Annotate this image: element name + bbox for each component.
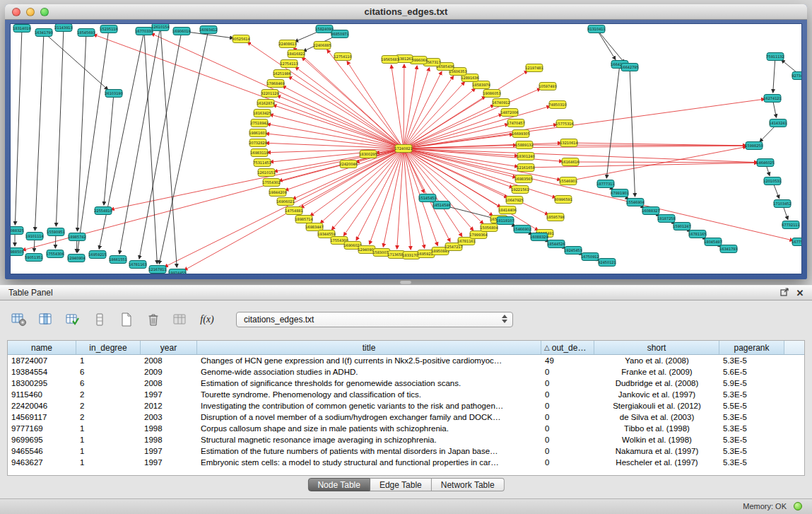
graph-edge[interactable] bbox=[596, 29, 616, 59]
table-cell[interactable]: Yano et al. (2008) bbox=[594, 356, 719, 365]
graph-node[interactable]: 17103452 bbox=[773, 200, 791, 208]
table-cell[interactable]: Genome-wide association studies in ADHD. bbox=[197, 368, 541, 376]
graph-edge[interactable] bbox=[392, 65, 404, 148]
table-cell[interactable]: 0 bbox=[541, 379, 594, 387]
window-titlebar[interactable]: citations_edges.txt bbox=[5, 4, 807, 20]
table-cell[interactable]: Investigating the contribution of common… bbox=[197, 402, 541, 410]
table-cell[interactable]: Corpus callosum shape and size in male p… bbox=[197, 424, 541, 433]
table-cell[interactable]: Estimation of the future numbers of pati… bbox=[197, 447, 541, 455]
graph-edge[interactable] bbox=[270, 115, 404, 148]
table-cell[interactable]: 5.3E-5 bbox=[719, 424, 784, 433]
graph-node[interactable]: 75911132 bbox=[766, 53, 784, 61]
graph-edge[interactable] bbox=[78, 29, 109, 252]
table-source-dropdown[interactable]: citations_edges.txt bbox=[236, 312, 513, 327]
graph-node[interactable]: 18314019 bbox=[13, 25, 30, 33]
graph-node[interactable]: 14143241 bbox=[769, 119, 787, 127]
graph-node[interactable]: 18301240 bbox=[517, 153, 534, 160]
graph-node[interactable]: 27518942 bbox=[250, 119, 268, 127]
graph-node[interactable]: 20732828 bbox=[249, 139, 266, 147]
table-cell[interactable]: Tourette syndrome. Phenomenology and cla… bbox=[197, 390, 541, 399]
new-column-button[interactable] bbox=[117, 310, 136, 329]
graph-node[interactable]: 15889132 bbox=[515, 141, 533, 149]
graph-node[interactable]: 15235118 bbox=[100, 25, 117, 33]
table-cell[interactable]: Structural magnetic resonance image aver… bbox=[197, 436, 541, 444]
graph-edge[interactable] bbox=[295, 67, 404, 148]
float-panel-icon[interactable] bbox=[778, 287, 791, 299]
table-cell[interactable]: Tibbo et al. (1998) bbox=[594, 424, 719, 433]
table-cell[interactable]: 6 bbox=[76, 379, 141, 387]
graph-edge[interactable] bbox=[404, 88, 475, 148]
graph-node[interactable]: 12754113 bbox=[280, 60, 298, 68]
table-cell[interactable]: Disruption of a novel member of a sodium… bbox=[197, 413, 541, 421]
graph-edge[interactable] bbox=[404, 148, 560, 180]
graph-edge[interactable] bbox=[99, 31, 144, 249]
graph-node[interactable]: 18985714 bbox=[295, 216, 312, 223]
graph-node[interactable]: 16162874 bbox=[257, 100, 274, 107]
graph-edge[interactable] bbox=[144, 31, 157, 264]
table-cell[interactable]: Dudbridge et al. (2008) bbox=[594, 379, 719, 387]
table-cell[interactable]: 2012 bbox=[141, 402, 197, 410]
table-cell[interactable]: 0 bbox=[541, 368, 594, 376]
table-cell[interactable]: 0 bbox=[541, 436, 594, 444]
graph-edge[interactable] bbox=[119, 27, 160, 254]
table-cell[interactable]: Embryonic stem cells: a model to study s… bbox=[197, 458, 541, 467]
table-cell[interactable]: 1997 bbox=[141, 390, 197, 399]
table-cell[interactable]: 2 bbox=[76, 390, 141, 399]
graph-node[interactable]: 16906019 bbox=[172, 28, 190, 35]
table-cell[interactable]: 0 bbox=[541, 402, 594, 410]
delete-columns-button[interactable] bbox=[144, 310, 163, 329]
table-cell[interactable]: 1 bbox=[76, 447, 141, 455]
graph-edge[interactable] bbox=[310, 148, 404, 216]
graph-edge[interactable] bbox=[56, 28, 64, 226]
graph-edge[interactable] bbox=[111, 148, 404, 209]
table-cell[interactable]: 18300295 bbox=[8, 379, 76, 387]
table-cell[interactable]: 2 bbox=[76, 402, 141, 410]
table-cell[interactable]: de Silva et al. (2003) bbox=[594, 413, 719, 421]
graph-node[interactable]: 16906021 bbox=[276, 198, 294, 206]
graph-node[interactable]: 30525614 bbox=[232, 35, 249, 43]
column-header-pagerank[interactable]: pagerank bbox=[719, 341, 784, 354]
graph-edge[interactable] bbox=[570, 162, 758, 163]
table-cell[interactable]: 5.3E-5 bbox=[719, 413, 784, 421]
table-row[interactable]: 946362711997Embryonic stem cells: a mode… bbox=[8, 457, 804, 468]
graph-node[interactable]: 18545693 bbox=[77, 29, 95, 37]
table-cell[interactable]: 9777169 bbox=[8, 424, 76, 433]
table-cell[interactable]: Hescheler et al. (1997) bbox=[594, 458, 719, 467]
graph-node[interactable]: 18300295 bbox=[359, 151, 377, 158]
graph-edge[interactable] bbox=[404, 115, 502, 148]
graph-node[interactable]: 16770330 bbox=[135, 28, 153, 35]
column-header-title[interactable]: title bbox=[197, 341, 541, 354]
graph-node[interactable]: 12010531 bbox=[763, 177, 781, 185]
tab-edge-table[interactable]: Edge Table bbox=[370, 478, 432, 491]
table-cell[interactable]: 0 bbox=[541, 390, 594, 399]
graph-node[interactable]: 16750912 bbox=[581, 253, 599, 261]
graph-node[interactable]: 14514546 bbox=[433, 201, 450, 209]
graph-node[interactable]: 15056804 bbox=[480, 224, 498, 232]
graph-node[interactable]: 16959215 bbox=[88, 251, 106, 259]
graph-node[interactable]: 18414406 bbox=[498, 206, 516, 214]
table-cell[interactable]: 5.3E-5 bbox=[719, 458, 784, 467]
graph-node[interactable]: 16088325 bbox=[11, 227, 24, 235]
graph-node[interactable]: 80996591 bbox=[554, 196, 572, 204]
table-cell[interactable]: 0 bbox=[541, 424, 594, 433]
graph-node[interactable]: 15590951 bbox=[47, 228, 64, 236]
graph-node[interactable]: 16088329 bbox=[530, 233, 548, 241]
graph-node[interactable]: 26103190 bbox=[105, 90, 122, 98]
function-builder-button[interactable]: f(x) bbox=[198, 310, 216, 329]
table-cell[interactable]: 1 bbox=[76, 356, 141, 365]
graph-node[interactable]: 16251986 bbox=[273, 70, 290, 78]
table-cell[interactable]: 18724007 bbox=[8, 356, 76, 365]
graph-node[interactable]: 16274121 bbox=[763, 95, 781, 103]
graph-node[interactable]: 19861601 bbox=[249, 129, 266, 137]
graph-node[interactable]: 19844209 bbox=[269, 189, 286, 197]
graph-edge[interactable] bbox=[273, 105, 404, 148]
table-row[interactable]: 1872400712008Changes of HCN gene express… bbox=[8, 355, 804, 366]
table-cell[interactable]: 5.3E-5 bbox=[719, 390, 784, 399]
table-cell[interactable]: 5.9E-5 bbox=[719, 379, 784, 387]
graph-edge[interactable] bbox=[773, 57, 775, 93]
column-header-in-degree[interactable]: in_degree bbox=[76, 341, 141, 354]
graph-node[interactable]: 16775432 bbox=[792, 238, 802, 246]
table-cell[interactable]: Changes of HCN gene expression and I(f) … bbox=[197, 356, 541, 365]
graph-node[interactable]: 19221561 bbox=[511, 186, 529, 194]
graph-node[interactable]: 16341790 bbox=[35, 29, 52, 37]
